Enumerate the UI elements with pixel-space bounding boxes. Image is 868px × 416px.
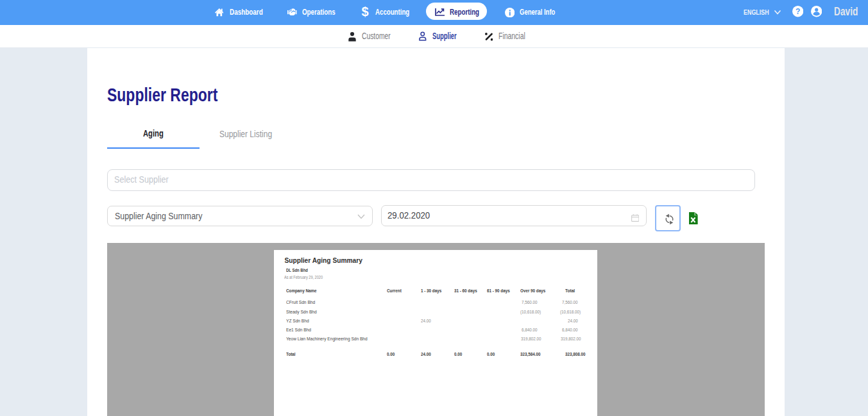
svg-text:?: ? xyxy=(796,7,800,16)
